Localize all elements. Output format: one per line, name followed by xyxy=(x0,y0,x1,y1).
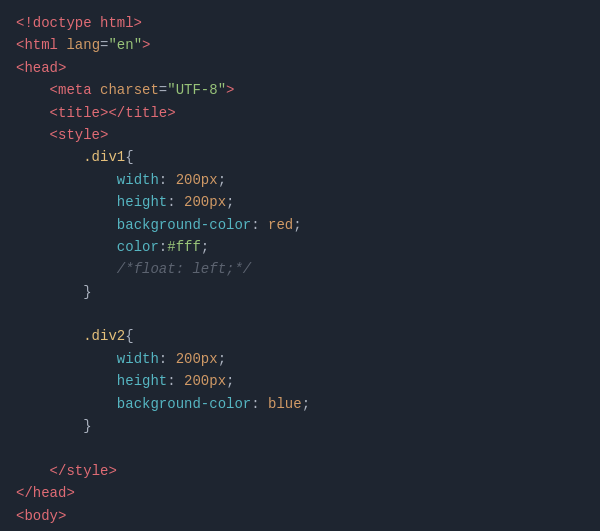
code-token: < xyxy=(16,79,58,101)
code-token xyxy=(16,214,117,236)
code-editor: <!doctype html><html lang="en"><head> <m… xyxy=(0,0,600,531)
code-token: ; xyxy=(226,191,234,213)
code-line: <style> xyxy=(16,124,584,146)
code-token: > xyxy=(167,102,175,124)
code-line: <head> xyxy=(16,57,584,79)
code-token: div xyxy=(58,527,83,531)
code-token: title xyxy=(125,102,167,124)
code-token: : xyxy=(159,348,176,370)
code-token: 200px xyxy=(184,191,226,213)
code-token: color xyxy=(117,236,159,258)
code-token: < xyxy=(16,124,58,146)
code-line xyxy=(16,437,584,459)
code-token: = xyxy=(100,34,108,56)
code-token: 200px xyxy=(176,169,218,191)
code-token: /*float: left;*/ xyxy=(117,258,251,280)
code-token: 200px xyxy=(184,370,226,392)
code-token xyxy=(92,79,100,101)
code-token: < xyxy=(16,102,58,124)
code-token: red xyxy=(268,214,293,236)
code-line: <div class="div1"> xyxy=(16,527,584,531)
code-line xyxy=(16,303,584,325)
code-token: background-color xyxy=(117,214,251,236)
code-token xyxy=(16,325,83,347)
code-line: height: 200px; xyxy=(16,191,584,213)
code-line: .div2{ xyxy=(16,325,584,347)
code-line: <html lang="en"> xyxy=(16,34,584,56)
code-token xyxy=(16,169,117,191)
code-token: lang xyxy=(66,34,100,56)
code-token: style xyxy=(58,124,100,146)
code-token: ; xyxy=(218,348,226,370)
code-token: style xyxy=(66,460,108,482)
code-token: body xyxy=(24,505,58,527)
code-token xyxy=(16,370,117,392)
code-line: height: 200px; xyxy=(16,370,584,392)
code-token xyxy=(16,281,83,303)
code-token: : xyxy=(159,236,167,258)
code-token: > xyxy=(192,527,200,531)
code-token: { xyxy=(125,146,133,168)
code-line: width: 200px; xyxy=(16,348,584,370)
code-token xyxy=(16,393,117,415)
code-token: background-color xyxy=(117,393,251,415)
code-token: meta xyxy=(58,79,92,101)
code-token xyxy=(16,191,117,213)
code-token xyxy=(16,258,117,280)
code-token: .div1 xyxy=(83,146,125,168)
code-token xyxy=(16,348,117,370)
code-token: width xyxy=(117,169,159,191)
code-token: blue xyxy=(268,393,302,415)
code-line: <title></title> xyxy=(16,102,584,124)
code-token: <!doctype html> xyxy=(16,12,142,34)
code-line: } xyxy=(16,415,584,437)
code-line: <meta charset="UTF-8"> xyxy=(16,79,584,101)
code-line: </style> xyxy=(16,460,584,482)
code-line: color:#fff; xyxy=(16,236,584,258)
code-line: <body> xyxy=(16,505,584,527)
code-token: ; xyxy=(302,393,310,415)
code-token xyxy=(16,146,83,168)
code-token: : xyxy=(159,169,176,191)
code-token xyxy=(83,527,91,531)
code-token: "en" xyxy=(108,34,142,56)
code-token: : xyxy=(251,393,268,415)
code-token: </ xyxy=(16,482,33,504)
code-line: /*float: left;*/ xyxy=(16,258,584,280)
code-token xyxy=(16,415,83,437)
code-token: } xyxy=(83,281,91,303)
code-token: { xyxy=(125,325,133,347)
code-line: background-color: blue; xyxy=(16,393,584,415)
code-token: ; xyxy=(218,169,226,191)
code-token: < xyxy=(16,505,24,527)
code-token: > xyxy=(58,505,66,527)
code-line: .div1{ xyxy=(16,146,584,168)
code-token: > xyxy=(100,124,108,146)
code-token: < xyxy=(16,34,24,56)
code-token: ; xyxy=(226,370,234,392)
code-token: > xyxy=(66,482,74,504)
code-token: charset xyxy=(100,79,159,101)
code-token: "div1" xyxy=(142,527,192,531)
code-token: "UTF-8" xyxy=(167,79,226,101)
code-token: .div2 xyxy=(83,325,125,347)
code-line: width: 200px; xyxy=(16,169,584,191)
code-token: < xyxy=(16,57,24,79)
code-token: > xyxy=(108,460,116,482)
code-token: width xyxy=(117,348,159,370)
code-token xyxy=(16,236,117,258)
code-line: background-color: red; xyxy=(16,214,584,236)
code-token: title xyxy=(58,102,100,124)
code-token: ></ xyxy=(100,102,125,124)
code-token: height xyxy=(117,370,167,392)
code-token: } xyxy=(83,415,91,437)
code-token: html xyxy=(24,34,58,56)
code-token: : xyxy=(251,214,268,236)
code-token: #fff xyxy=(167,236,201,258)
code-token: </ xyxy=(16,460,66,482)
code-token: > xyxy=(226,79,234,101)
code-token: > xyxy=(58,57,66,79)
code-line: <!doctype html> xyxy=(16,12,584,34)
code-token: : xyxy=(167,370,184,392)
code-token: height xyxy=(117,191,167,213)
